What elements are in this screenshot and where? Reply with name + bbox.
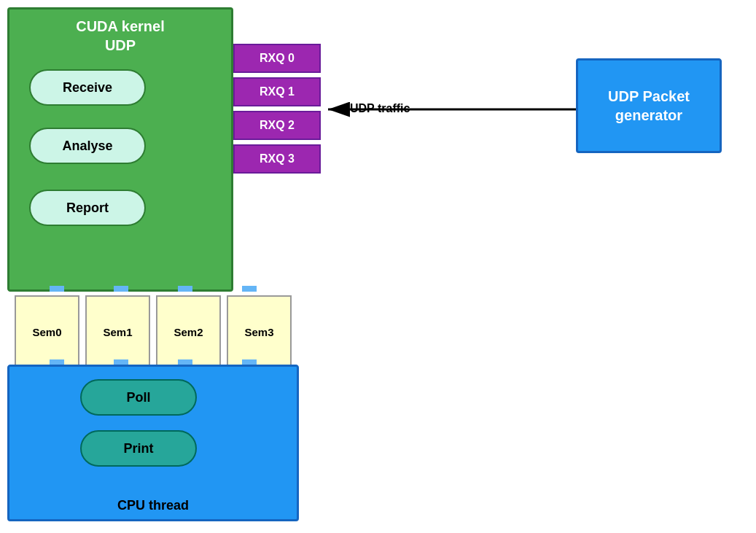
sem-3: Sem3 [227,295,292,368]
print-pill: Print [80,430,197,467]
sem-1: Sem1 [85,295,150,368]
rxq-0: RXQ 0 [233,44,321,73]
rxq-container: RXQ 0 RXQ 1 RXQ 2 RXQ 3 [233,44,321,174]
cuda-title: CUDA kernel UDP [9,9,231,55]
rxq-3: RXQ 3 [233,144,321,174]
udp-generator-title: UDP Packet generator [608,87,690,125]
poll-pill: Poll [80,379,197,416]
sem-0: Sem0 [15,295,79,368]
rxq-2: RXQ 2 [233,111,321,140]
receive-pill: Receive [29,69,146,106]
udp-generator-box: UDP Packet generator [576,58,722,153]
diagram: CUDA kernel UDP Receive Analyse Report R… [0,0,756,533]
cpu-title: CPU thread [9,498,297,513]
udp-traffic-label: UDP traffic [350,102,410,115]
sem-2: Sem2 [156,295,221,368]
rxq-1: RXQ 1 [233,77,321,106]
analyse-pill: Analyse [29,128,146,164]
report-pill: Report [29,190,146,226]
